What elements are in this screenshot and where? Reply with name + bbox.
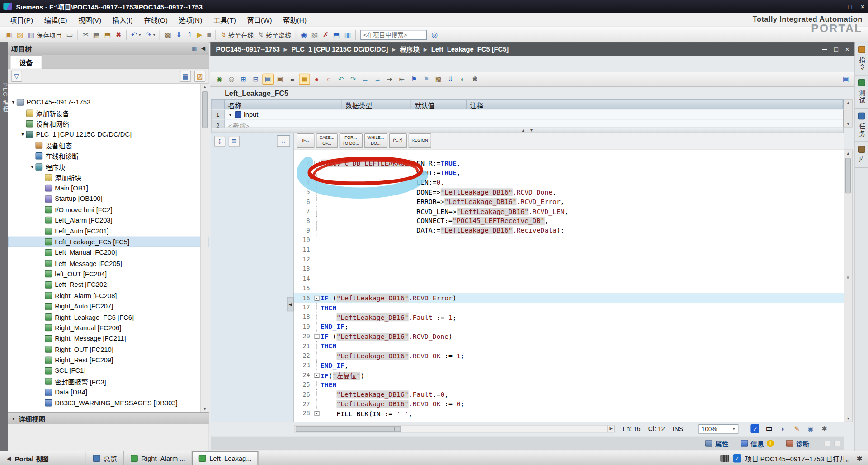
- tree-item[interactable]: Left_Leakage_FC5 [FC5]: [8, 237, 208, 247]
- code-line[interactable]: 26"LeftLeakage_DB16".Fault:=0;: [294, 389, 844, 399]
- editor-close-icon[interactable]: ×: [845, 45, 849, 53]
- tab-devices[interactable]: 设备: [10, 55, 42, 68]
- code-line[interactable]: 18"LeftLeakage_DB16".Fault := 1;: [294, 313, 844, 322]
- next-bookmark-icon[interactable]: ⚑: [421, 74, 432, 85]
- accessible-devices-button[interactable]: ▧: [309, 28, 321, 41]
- split-editor-horizontal-button[interactable]: ▤: [331, 28, 342, 41]
- expander-icon[interactable]: ▼: [29, 164, 36, 169]
- tree-item[interactable]: Right_Alarm [FC208]: [8, 290, 208, 301]
- tree-item[interactable]: SCL [FC1]: [8, 365, 208, 376]
- detail-view-header[interactable]: ▾ 详细视图: [8, 412, 208, 424]
- upload-from-device-button[interactable]: ⇑: [184, 28, 194, 41]
- fold-minus-icon[interactable]: -: [314, 161, 319, 166]
- settings-icon[interactable]: ✱: [856, 454, 862, 462]
- scroll-down-icon[interactable]: ▼: [201, 407, 208, 411]
- disable-monitoring-icon[interactable]: ◎: [226, 74, 237, 85]
- task-card-libraries[interactable]: 库: [855, 142, 868, 168]
- fold-toggle-icon[interactable]: -: [313, 293, 321, 303]
- code-line[interactable]: 6ERROR=>"LeftLeakage_DB16".RCVD_Error,: [294, 197, 844, 206]
- tree-item[interactable]: 在线和诊断: [8, 151, 208, 161]
- scroll-down-icon[interactable]: ▼: [844, 122, 852, 126]
- insert-row-icon[interactable]: ⊞: [238, 74, 249, 85]
- scroll-up-icon[interactable]: ▲: [844, 151, 852, 155]
- project-search-input[interactable]: [361, 31, 426, 38]
- variable-name-cell[interactable]: ▼Input: [225, 111, 258, 119]
- editor-settings-icon[interactable]: ✱: [469, 74, 480, 85]
- tree-item[interactable]: 添加新块: [8, 172, 208, 183]
- expand-inspector-icon[interactable]: [834, 441, 840, 446]
- delete-button[interactable]: ✖: [113, 28, 124, 41]
- fold-minus-icon[interactable]: -: [314, 373, 319, 378]
- scroll-down-icon[interactable]: ▼: [844, 417, 852, 421]
- zoom-select[interactable]: 100% ▼: [699, 424, 739, 433]
- breadcrumb-item[interactable]: PLC_1 [CPU 1215C DC/DC/DC]: [291, 45, 388, 53]
- menu-item[interactable]: 项目(P): [5, 12, 39, 27]
- menu-item[interactable]: 视图(V): [73, 12, 107, 27]
- code-line[interactable]: 24-IF("左复位"): [294, 370, 844, 380]
- breadcrumb-item[interactable]: 程序块: [400, 44, 420, 54]
- project-search-combo[interactable]: [361, 30, 427, 40]
- copy-button[interactable]: ▦: [91, 28, 102, 41]
- tree-item[interactable]: 设备组态: [8, 140, 208, 151]
- snippet-if-button[interactable]: IF...: [297, 133, 314, 148]
- compile-button[interactable]: ▩: [162, 28, 174, 41]
- ime-mode-icon[interactable]: ◗: [778, 424, 788, 433]
- inspector-tab-diag[interactable]: 诊断: [781, 437, 815, 449]
- code-line[interactable]: 4LEN:=0,: [294, 178, 844, 187]
- code-line[interactable]: 25THEN: [294, 380, 844, 389]
- code-scrollbar[interactable]: ▲ ≡ ▼: [844, 150, 853, 422]
- code-scroll-thumb[interactable]: [845, 158, 851, 193]
- breadcrumb-item[interactable]: Left_Leakage_FC5 [FC5]: [431, 45, 509, 53]
- fold-toggle-icon[interactable]: -: [313, 409, 321, 418]
- task-card-testing[interactable]: 测试: [855, 76, 868, 109]
- snippet-case-button[interactable]: CASE...OF...: [316, 133, 337, 148]
- menu-item[interactable]: 在线(O): [138, 12, 173, 27]
- redo-button[interactable]: ↷▾: [143, 28, 158, 41]
- code-line[interactable]: 10: [294, 236, 844, 245]
- menu-item[interactable]: 帮助(H): [278, 12, 312, 27]
- fold-minus-icon[interactable]: -: [314, 411, 319, 416]
- edit-pen-icon[interactable]: ✎: [792, 424, 801, 433]
- paste-button[interactable]: ▤: [102, 28, 113, 41]
- splitter-expand-icon[interactable]: ▼: [529, 128, 533, 132]
- menu-item[interactable]: 插入(I): [107, 12, 138, 27]
- tree-item[interactable]: 密封圈报警 [FC3]: [8, 376, 208, 387]
- expander-icon[interactable]: ▼: [19, 132, 26, 137]
- new-project-button[interactable]: ▣: [3, 28, 14, 41]
- code-line[interactable]: 9DATA:="LeftLeakage_DB16".ReciveData);: [294, 226, 844, 235]
- expander-icon[interactable]: ▼: [10, 100, 17, 105]
- tree-item[interactable]: left_OUT [FC204]: [8, 269, 208, 280]
- step-back-icon[interactable]: ↶: [335, 74, 346, 85]
- variable-name-cell[interactable]: <新增>: [225, 120, 249, 127]
- print-button[interactable]: ▭: [64, 28, 75, 41]
- hscroll-right-icon[interactable]: ▶: [607, 425, 615, 432]
- block-interface-icon[interactable]: ▤: [262, 74, 273, 85]
- confirm-check-icon[interactable]: ✓: [751, 424, 760, 433]
- auto-collapse-icon[interactable]: ▥: [191, 45, 197, 51]
- step-forward-icon[interactable]: ↷: [348, 74, 359, 85]
- code-line[interactable]: 5DONE=>"LeftLeakage_DB16".RCVD_Done,: [294, 187, 844, 197]
- scroll-up-icon[interactable]: ▲: [844, 101, 852, 105]
- code-line[interactable]: 27"LeftLeakage_DB16".RCVD_OK := 0;: [294, 399, 844, 409]
- collapse-margin-icon[interactable]: ◀: [287, 297, 294, 311]
- maximize-window-icon[interactable]: □: [848, 3, 852, 10]
- navigate-forward-icon[interactable]: →: [372, 74, 383, 85]
- breadcrumb-item[interactable]: POC145--0917--1753: [216, 45, 280, 53]
- delete-row-icon[interactable]: ⊟: [250, 74, 261, 85]
- enable-monitoring-icon[interactable]: ◉: [214, 74, 225, 85]
- tree-item[interactable]: Left_Message [FC205]: [8, 258, 208, 269]
- taskbar-editor-button[interactable]: Right_Alarm ...: [123, 451, 192, 465]
- tree-item[interactable]: Data [DB4]: [8, 387, 208, 398]
- tree-item[interactable]: Right_Message [FC211]: [8, 333, 208, 344]
- fold-toggle-icon[interactable]: -: [313, 370, 321, 380]
- snippet-while-button[interactable]: WHILE...DO...: [364, 133, 387, 148]
- open-diagram-icon[interactable]: ▨: [194, 71, 205, 81]
- sort-icon[interactable]: ↕: [214, 136, 225, 147]
- inspector-tab-properties[interactable]: 属性: [700, 437, 734, 449]
- code-line[interactable]: 23END_IF;: [294, 361, 844, 370]
- fold-minus-icon[interactable]: -: [314, 334, 319, 339]
- save-project-button[interactable]: ▥保存项目: [26, 28, 64, 41]
- menu-item[interactable]: 工具(T): [208, 12, 241, 27]
- taskbar-editor-button[interactable]: Left_Leakag...: [192, 451, 259, 465]
- tree-item[interactable]: Startup [OB100]: [8, 194, 208, 204]
